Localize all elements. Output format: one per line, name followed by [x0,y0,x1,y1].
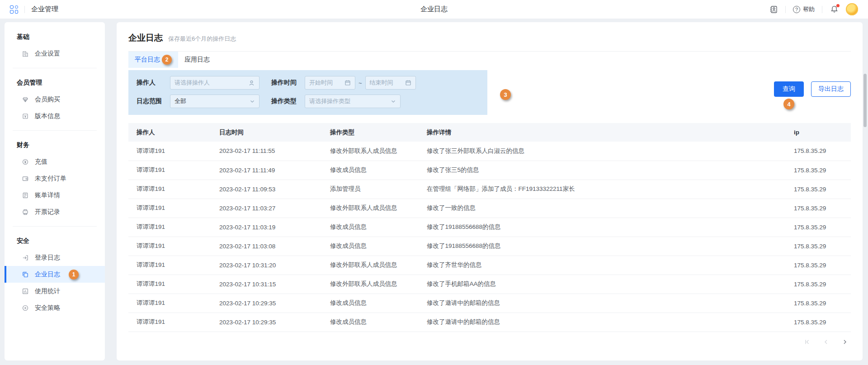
filter-area: 操作人 请选择操作人 操作时间 开始时间 ~ 结束时间 [128,70,851,115]
sidebar-item-member-purchase[interactable]: 会员购买 [5,91,105,108]
notification-dot [836,4,840,7]
sidebar-item-enterprise-settings[interactable]: 企业设置 [5,45,105,62]
sidebar-item-version-info[interactable]: 版本信息 [5,108,105,124]
sidebar-divider [13,68,97,68]
table-row: 谭谭谭191 2023-02-17 11:03:08 修改成员信息 修改了191… [128,237,851,256]
table-row: 谭谭谭191 2023-02-17 10:31:20 修改外部联系人成员信息 修… [128,256,851,275]
cell-operation-detail: 修改了齐世华的信息 [419,256,786,275]
cell-operation-type: 修改外部联系人成员信息 [322,275,419,294]
apps-grid-icon[interactable] [10,5,18,14]
sidebar-item-recharge[interactable]: 充值 [5,153,105,170]
tab-app-log[interactable]: 应用日志 [178,52,216,68]
col-log-time: 日志时间 [211,123,322,142]
operator-label: 操作人 [137,79,170,87]
cell-log-time: 2023-02-17 11:09:53 [211,180,322,199]
topbar-divider [24,6,25,13]
query-button[interactable]: 查询 4 [774,81,804,97]
invoice-icon [22,209,29,216]
cell-operation-type: 修改外部联系人成员信息 [322,256,419,275]
contacts-icon[interactable] [769,5,778,14]
sidebar-section-security: 安全 [5,232,105,249]
sidebar-item-label: 会员购买 [35,95,60,104]
sidebar-section-finance: 财务 [5,137,105,153]
log-table: 操作人 日志时间 操作类型 操作详情 ip 谭谭谭191 2023-02-17 … [128,123,851,332]
cell-ip: 175.8.35.29 [786,313,851,332]
scope-value: 全部 [175,97,186,105]
annotation-badge-3: 3 [500,89,511,100]
cell-operator: 谭谭谭191 [128,237,211,256]
sidebar-divider [13,226,97,227]
end-time-input[interactable]: 结束时间 [365,76,416,90]
table-header-row: 操作人 日志时间 操作类型 操作详情 ip [128,123,851,142]
filter-panel: 操作人 请选择操作人 操作时间 开始时间 ~ 结束时间 [128,70,487,115]
sidebar-item-bill-details[interactable]: 账单详情 [5,187,105,204]
app-title: 企业管理 [31,5,58,14]
cell-operation-detail: 修改了邀请中的邮箱的信息 [419,294,786,313]
sidebar-item-invoice-records[interactable]: 开票记录 [5,204,105,220]
range-separator: ~ [359,80,362,86]
topbar: 企业管理 企业日志 ? 帮助 [0,0,868,19]
cell-operation-detail: 修改了19188556688的信息 [419,218,786,237]
sidebar-item-login-log[interactable]: 登录日志 [5,249,105,266]
cell-ip: 175.8.35.29 [786,237,851,256]
annotation-badge-1: 1 [69,270,79,280]
sidebar-item-label: 安全策略 [35,304,60,312]
version-icon [22,113,29,120]
first-page-icon[interactable] [803,339,810,346]
cell-operator: 谭谭谭191 [128,313,211,332]
log-scope-select[interactable]: 全部 [170,95,259,108]
cell-ip: 175.8.35.29 [786,199,851,218]
start-time-placeholder: 开始时间 [309,79,333,87]
sidebar-item-unpaid-orders[interactable]: 未支付订单 [5,170,105,187]
end-time-placeholder: 结束时间 [370,79,393,87]
table-row: 谭谭谭191 2023-02-17 10:31:15 修改外部联系人成员信息 修… [128,275,851,294]
sidebar-section-basic: 基础 [5,28,105,45]
help-label: 帮助 [803,5,815,14]
cell-ip: 175.8.35.29 [786,218,851,237]
notification-bell-icon[interactable] [830,5,839,14]
help-button[interactable]: ? 帮助 [793,5,815,14]
export-log-button[interactable]: 导出日志 [811,81,851,97]
cell-operator: 谭谭谭191 [128,142,211,161]
calendar-icon [344,80,351,86]
building-icon [22,50,29,57]
sidebar-item-usage-stats[interactable]: 使用统计 [5,283,105,299]
sidebar-item-security-policy[interactable]: 安全策略 [5,299,105,316]
col-operation-type: 操作类型 [322,123,419,142]
annotation-badge-4: 4 [783,99,794,109]
sidebar-item-label: 开票记录 [35,208,60,216]
page-header: 企业日志 保存最近6个月的操作日志 [128,31,851,52]
cell-operation-detail: 修改了张三5的信息 [419,161,786,180]
sidebar-item-label: 企业设置 [35,50,60,58]
tab-platform-log[interactable]: 平台日志 2 [128,52,178,68]
cell-operation-type: 修改成员信息 [322,237,419,256]
sidebar-item-label: 充值 [35,158,47,166]
annotation-badge-2: 2 [162,55,172,65]
cell-log-time: 2023-02-17 10:31:15 [211,275,322,294]
sidebar-item-label: 使用统计 [35,287,60,295]
cell-log-time: 2023-02-17 11:11:55 [211,142,322,161]
user-avatar[interactable] [846,3,858,15]
operation-type-select[interactable]: 请选择操作类型 [305,95,401,108]
cell-operation-detail: 在管理组「网络部」添加了成员：FF19133322211家长 [419,180,786,199]
start-time-input[interactable]: 开始时间 [305,76,355,90]
cell-operation-detail: 修改了邀请中的邮箱的信息 [419,313,786,332]
topbar-divider [785,6,786,13]
col-ip: ip [786,123,851,142]
sidebar-item-enterprise-log[interactable]: 企业日志 1 [5,266,105,283]
cell-ip: 175.8.35.29 [786,256,851,275]
sidebar-item-label: 版本信息 [35,112,60,120]
window-scrollbar[interactable] [863,74,867,127]
next-page-icon[interactable] [841,339,848,346]
cell-operation-type: 修改成员信息 [322,161,419,180]
cell-operation-detail: 修改了手机邮箱AA的信息 [419,275,786,294]
cell-operation-type: 修改成员信息 [322,218,419,237]
tab-label: 应用日志 [184,56,210,64]
table-row: 谭谭谭191 2023-02-17 11:03:27 修改外部联系人成员信息 修… [128,199,851,218]
operator-input[interactable]: 请选择操作人 [170,76,259,90]
prev-page-icon[interactable] [822,339,829,346]
enterprise-log-icon [22,271,29,278]
tab-label: 平台日志 [135,56,160,64]
action-buttons: 查询 4 导出日志 [774,81,851,97]
cell-log-time: 2023-02-17 10:29:35 [211,294,322,313]
